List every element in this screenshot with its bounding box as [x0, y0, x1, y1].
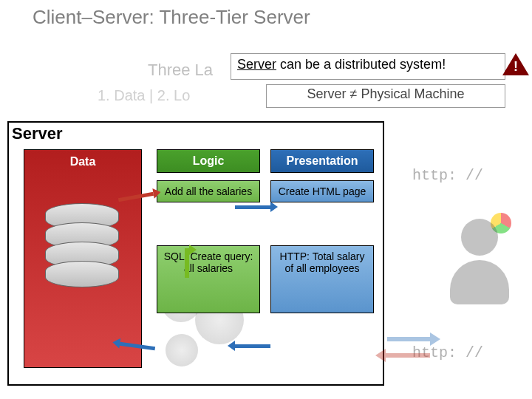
callout-rest: can be a distributed system! — [276, 57, 446, 72]
column-presentation: Presentation Create HTML page HTTP: Tota… — [270, 149, 374, 313]
column-logic: Logic Add all the salaries SQL: Create q… — [157, 149, 260, 313]
pres-http-request: HTTP: Total salary of all employees — [270, 245, 374, 313]
layers-bg: 1. Data | 2. Lo — [98, 87, 190, 104]
http-label-top: http: // — [412, 167, 483, 184]
gear-icon — [166, 334, 198, 366]
pres-create-html: Create HTML page — [270, 180, 374, 202]
column-logic-header: Logic — [157, 149, 260, 173]
arrow-pres-to-logic — [235, 344, 270, 348]
callout-distributed: Server can be a distributed system! — [231, 53, 505, 80]
server-frame: Server Data Logic Add all the salaries S… — [7, 121, 384, 386]
arrow-server-to-client — [387, 337, 430, 341]
logic-sql-query: SQL: Create query: all salaries — [157, 245, 260, 313]
subtitle-bg: Three La — [148, 61, 213, 80]
database-icon — [45, 203, 119, 299]
arrow-logic-to-pres — [235, 205, 270, 209]
client-user-icon — [446, 219, 513, 315]
callout-not-physical: Server ≠ Physical Machine — [266, 84, 505, 108]
callout-server-word: Server — [237, 57, 276, 72]
arrow-logic-up — [185, 248, 189, 278]
logic-add-salaries: Add all the salaries — [157, 180, 260, 202]
slide-title: Client–Server: Three-Tier Server — [33, 6, 310, 29]
server-label: Server — [12, 124, 63, 143]
column-pres-header: Presentation — [270, 149, 374, 173]
warning-icon: ! — [502, 53, 529, 78]
column-data: Data — [24, 149, 142, 368]
column-data-header: Data — [24, 150, 141, 174]
arrow-client-to-server — [386, 353, 430, 358]
